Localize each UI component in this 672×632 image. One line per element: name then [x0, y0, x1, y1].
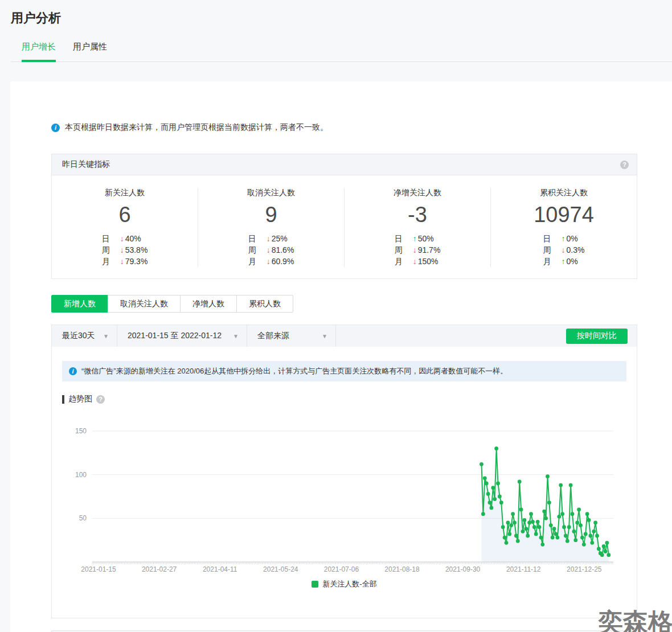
data-point[interactable]: [486, 492, 490, 496]
data-point[interactable]: [579, 523, 583, 527]
data-point[interactable]: [507, 532, 511, 536]
data-point[interactable]: [506, 521, 510, 525]
data-point[interactable]: [494, 446, 498, 450]
source-dropdown[interactable]: 全部来源 ▼: [247, 325, 336, 347]
data-point[interactable]: [539, 536, 543, 540]
data-point[interactable]: [556, 536, 560, 540]
data-point[interactable]: [575, 521, 579, 525]
data-point[interactable]: [552, 527, 556, 531]
data-point[interactable]: [493, 497, 497, 501]
page-tab-1[interactable]: 用户属性: [73, 42, 107, 61]
data-point[interactable]: [540, 543, 544, 547]
stat-percent: 79.3%: [125, 257, 148, 266]
data-point[interactable]: [589, 534, 593, 538]
data-point[interactable]: [559, 483, 563, 487]
data-point[interactable]: [587, 518, 591, 522]
data-point[interactable]: [549, 523, 553, 527]
data-point[interactable]: [605, 541, 609, 545]
data-point[interactable]: [527, 521, 531, 525]
data-point[interactable]: [516, 539, 520, 543]
metric-tab-3[interactable]: 累积人数: [236, 295, 293, 313]
data-point[interactable]: [544, 516, 548, 520]
data-point[interactable]: [518, 480, 522, 484]
data-point[interactable]: [582, 543, 586, 547]
data-point[interactable]: [564, 534, 568, 538]
data-point[interactable]: [566, 539, 569, 543]
metric-tab-1[interactable]: 取消关注人数: [108, 295, 181, 313]
page-tab-0[interactable]: 用户增长: [22, 42, 56, 62]
data-point[interactable]: [514, 534, 518, 538]
data-point[interactable]: [567, 525, 571, 529]
data-point[interactable]: [498, 495, 502, 499]
data-point[interactable]: [532, 525, 536, 529]
data-point[interactable]: [593, 521, 597, 525]
section-marker: [62, 395, 64, 404]
data-point[interactable]: [569, 483, 573, 487]
data-point[interactable]: [547, 500, 551, 504]
data-point[interactable]: [536, 520, 540, 524]
data-point[interactable]: [488, 500, 492, 504]
data-point[interactable]: [501, 525, 505, 529]
data-point[interactable]: [505, 541, 509, 545]
data-point[interactable]: [523, 518, 527, 522]
trend-chart[interactable]: 501001502021-01-152021-02-272021-04-1120…: [52, 409, 637, 576]
data-point[interactable]: [604, 549, 608, 553]
data-point[interactable]: [573, 538, 577, 542]
main-content-card: i 本页根据昨日数据来计算，而用户管理页根据当前数据计算，两者不一致。 昨日关键…: [10, 81, 672, 632]
date-range-dropdown[interactable]: 2021-01-15 至 2022-01-12 ▼: [117, 325, 247, 347]
range-dropdown[interactable]: 最近30天 ▼: [52, 325, 117, 347]
data-point[interactable]: [503, 536, 507, 540]
compare-by-time-button[interactable]: 按时间对比: [566, 329, 628, 344]
data-point[interactable]: [597, 547, 601, 551]
data-point[interactable]: [483, 476, 487, 480]
data-point[interactable]: [529, 512, 533, 516]
data-point[interactable]: [511, 512, 515, 516]
arrow-up-icon: ↑: [562, 234, 566, 243]
stat-period-label: 周: [395, 244, 413, 256]
data-point[interactable]: [546, 474, 550, 478]
data-point[interactable]: [485, 482, 489, 486]
data-point[interactable]: [585, 512, 589, 516]
data-point[interactable]: [571, 512, 575, 516]
data-point[interactable]: [562, 525, 566, 529]
data-point[interactable]: [554, 532, 558, 536]
metric-tab-2[interactable]: 净增人数: [180, 295, 237, 313]
data-point[interactable]: [551, 536, 555, 540]
data-point[interactable]: [531, 520, 535, 524]
stat-period-label: 周: [248, 244, 267, 256]
data-point[interactable]: [491, 486, 495, 490]
data-point[interactable]: [607, 553, 610, 557]
data-point[interactable]: [542, 510, 546, 514]
help-icon[interactable]: ?: [96, 395, 105, 404]
data-point[interactable]: [513, 521, 517, 525]
legend-item[interactable]: 新关注人数-全部: [312, 579, 376, 589]
data-point[interactable]: [524, 527, 528, 531]
data-point[interactable]: [600, 553, 604, 557]
data-point[interactable]: [572, 530, 576, 533]
data-point[interactable]: [521, 530, 525, 533]
data-point[interactable]: [557, 515, 561, 519]
data-point[interactable]: [580, 536, 584, 540]
data-point[interactable]: [480, 462, 483, 466]
help-icon[interactable]: ?: [620, 161, 629, 169]
stat-percent: 81.6%: [272, 245, 294, 255]
data-point[interactable]: [499, 500, 503, 504]
data-point[interactable]: [577, 508, 581, 512]
data-point[interactable]: [526, 534, 530, 538]
stat-percent: 53.8%: [125, 245, 148, 255]
data-point[interactable]: [538, 525, 542, 529]
data-point[interactable]: [590, 541, 594, 545]
data-point[interactable]: [595, 534, 599, 538]
data-point[interactable]: [560, 512, 564, 516]
metric-tab-0[interactable]: 新增人数: [51, 295, 108, 313]
data-point[interactable]: [519, 508, 523, 512]
data-point[interactable]: [534, 532, 538, 536]
metric-stats: 日↓40%周↓53.8%月↓79.3%: [102, 233, 148, 267]
data-point[interactable]: [481, 512, 485, 516]
data-point[interactable]: [602, 544, 606, 548]
data-point[interactable]: [509, 523, 513, 527]
data-point[interactable]: [496, 482, 500, 486]
data-point[interactable]: [592, 530, 596, 533]
data-point[interactable]: [584, 532, 588, 536]
data-point[interactable]: [490, 506, 494, 510]
